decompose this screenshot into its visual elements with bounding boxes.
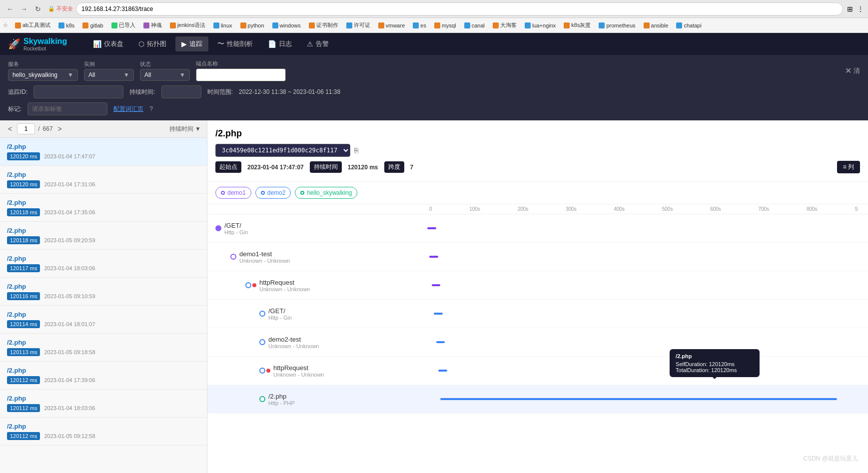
nav-profiling-label: 性能剖析 bbox=[227, 39, 253, 48]
refresh-button[interactable]: ↻ bbox=[32, 3, 44, 15]
trace-span-row[interactable]: httpRequest Unknown - Unknown bbox=[207, 271, 868, 300]
menu-icon[interactable]: ⋮ bbox=[857, 5, 864, 13]
nav-dashboard[interactable]: 📊 仪表盘 bbox=[87, 36, 129, 51]
span-info: demo2-test Unknown - Unknown bbox=[268, 336, 319, 349]
prev-page-button[interactable]: < bbox=[6, 124, 14, 134]
duration-input[interactable] bbox=[161, 85, 201, 98]
logo-text-group: Skywalking Rocketbot bbox=[23, 37, 67, 51]
bookmark-imported[interactable]: 已导入 bbox=[108, 20, 138, 30]
trace-list-item[interactable]: /2.php 120118 ms 2023-01-04 17:35:06 bbox=[0, 194, 207, 222]
trace-list-item[interactable]: /2.php 120112 ms 2023-01-04 18:03:06 bbox=[0, 390, 207, 418]
trace-list-item[interactable]: /2.php 120112 ms 2023-01-05 09:12:58 bbox=[0, 418, 207, 446]
start-badge: 起始点 bbox=[215, 161, 241, 173]
log-icon: 📄 bbox=[268, 40, 276, 48]
bookmark-k8sgy[interactable]: k8s灰度 bbox=[561, 20, 594, 30]
trace-item-time: 2023-01-04 17:31:06 bbox=[44, 181, 95, 187]
nav-trace[interactable]: ▶ 追踪 bbox=[175, 36, 208, 51]
instance-select[interactable]: All ▼ bbox=[84, 69, 134, 81]
trace-span-row[interactable]: /GET/ Http - Gin bbox=[207, 214, 868, 243]
endpoint-input[interactable] bbox=[196, 68, 286, 81]
bookmark-license[interactable]: 许可证 bbox=[343, 20, 373, 30]
trace-id-input[interactable] bbox=[33, 85, 123, 98]
bookmark-cert[interactable]: 证书制作 bbox=[306, 20, 341, 30]
service-badge-hello[interactable]: hello_skywalking bbox=[295, 187, 357, 199]
bookmark-ansible[interactable]: ansible bbox=[641, 21, 672, 29]
nav-alarm[interactable]: ⚠ 告警 bbox=[301, 36, 335, 51]
span-info: /GET/ Http - Gin bbox=[268, 307, 292, 321]
time-range-label: 时间范围: bbox=[207, 88, 233, 96]
trace-span-row[interactable]: /2.php Http - PHP /2.php SelfDuration: 1… bbox=[207, 385, 868, 414]
trace-span-row[interactable]: httpRequest Unknown - Unknown bbox=[207, 357, 868, 385]
service-label: 服务 bbox=[8, 60, 78, 68]
trace-list-item[interactable]: /2.php 120120 ms 2023-01-04 17:31:06 bbox=[0, 166, 207, 194]
nav-log[interactable]: 📄 日志 bbox=[262, 36, 298, 51]
tag-input[interactable] bbox=[27, 102, 107, 115]
trace-list-item[interactable]: /2.php 120113 ms 2023-01-05 09:18:58 bbox=[0, 334, 207, 362]
config-link[interactable]: 配置词汇页 bbox=[113, 105, 143, 113]
clear-icon: ✕ bbox=[845, 66, 852, 75]
span-bar-container bbox=[427, 332, 868, 352]
bookmark-lua[interactable]: lua+nginx bbox=[522, 21, 559, 29]
bookmark-jenkins[interactable]: jenkins语法 bbox=[167, 20, 208, 30]
span-dot bbox=[259, 368, 265, 374]
trace-list-item[interactable]: /2.php 120118 ms 2023-01-05 09:20:59 bbox=[0, 222, 207, 250]
trace-list-item[interactable]: /2.php 120120 ms 2023-01-04 17:47:07 bbox=[0, 138, 207, 166]
trace-item-meta: 120120 ms 2023-01-04 17:47:07 bbox=[7, 152, 200, 160]
trace-list-item[interactable]: /2.php 120112 ms 2023-01-04 17:39:06 bbox=[0, 362, 207, 390]
trace-id-select[interactable]: 3c0459e08c1211ed9f1d000c29c8f117 bbox=[215, 144, 350, 157]
span-dot bbox=[259, 396, 265, 402]
span-label: httpRequest Unknown - Unknown bbox=[207, 364, 427, 378]
bookmark-prometheus[interactable]: prometheus bbox=[596, 21, 638, 29]
address-bar[interactable] bbox=[76, 2, 843, 15]
browser-icons: ⊞ ⋮ bbox=[847, 5, 864, 13]
bookmark-chatapi[interactable]: chatapi bbox=[673, 21, 704, 29]
nav-profiling[interactable]: 〜 性能剖析 bbox=[211, 36, 259, 51]
trace-list-item[interactable]: /2.php 120116 ms 2023-01-05 09:10:59 bbox=[0, 278, 207, 306]
span-name: httpRequest bbox=[259, 279, 310, 286]
trace-span-row[interactable]: demo1-test Unknown - Unknown bbox=[207, 243, 868, 271]
service-badge-demo1[interactable]: demo1 bbox=[215, 187, 251, 199]
bookmark-mysql[interactable]: mysql bbox=[431, 21, 459, 29]
traceid-label: 追踪ID: bbox=[8, 88, 27, 96]
bookmark-canal[interactable]: canal bbox=[461, 21, 488, 29]
nav-topology[interactable]: ⬡ 拓扑图 bbox=[132, 36, 172, 51]
bookmark-vmware[interactable]: vmware bbox=[375, 21, 408, 29]
copy-button[interactable]: ⎘ bbox=[354, 146, 358, 154]
forward-button[interactable]: → bbox=[18, 3, 30, 15]
endpoint-filter-group: 端点名称 bbox=[196, 60, 286, 81]
dashboard-icon: 📊 bbox=[93, 40, 101, 48]
extensions-icon[interactable]: ⊞ bbox=[847, 5, 853, 13]
list-view-button[interactable]: ≡ 列 bbox=[837, 161, 860, 173]
demo1-label: demo1 bbox=[227, 189, 246, 196]
back-button[interactable]: ← bbox=[4, 3, 16, 15]
service-arrow-icon: ▼ bbox=[67, 71, 73, 78]
bookmark-shenhun[interactable]: 神魂 bbox=[140, 20, 165, 30]
trace-span-row[interactable]: demo2-test Unknown - Unknown bbox=[207, 328, 868, 357]
service-select[interactable]: hello_skywalking ▼ bbox=[8, 69, 78, 81]
bookmark-datao[interactable]: 大淘客 bbox=[490, 20, 520, 30]
sort-control[interactable]: 持续时间 ▼ bbox=[169, 125, 201, 133]
bookmark-windows[interactable]: windows bbox=[269, 21, 304, 29]
span-service: Http - Gin bbox=[224, 229, 248, 235]
trace-list-item[interactable]: /2.php 120114 ms 2023-01-04 18:01:07 bbox=[0, 306, 207, 334]
trace-span-row[interactable]: /GET/ Http - Gin bbox=[207, 300, 868, 328]
span-bar-container: /2.php SelfDuration: 120120ms TotalDurat… bbox=[427, 389, 868, 409]
status-label: 状态 bbox=[140, 60, 190, 68]
bookmark-python[interactable]: python bbox=[237, 21, 267, 29]
bookmark-k8s[interactable]: k8s bbox=[55, 21, 77, 29]
span-dot bbox=[259, 339, 265, 345]
trace-list-item[interactable]: /2.php 120117 ms 2023-01-04 18:03:06 bbox=[0, 250, 207, 278]
service-badge-demo2[interactable]: demo2 bbox=[255, 187, 291, 199]
bookmark-linux[interactable]: linux bbox=[210, 21, 235, 29]
next-page-button[interactable]: > bbox=[56, 124, 64, 134]
bookmark-gitlab[interactable]: gitlab bbox=[79, 21, 106, 29]
bookmark-es[interactable]: es bbox=[410, 21, 429, 29]
trace-item-name: /2.php bbox=[7, 171, 200, 178]
status-select[interactable]: All ▼ bbox=[140, 69, 190, 81]
trace-item-time: 2023-01-04 17:35:06 bbox=[44, 209, 95, 215]
clear-label: 清 bbox=[854, 66, 860, 75]
page-input[interactable] bbox=[17, 123, 35, 134]
help-icon[interactable]: ? bbox=[149, 105, 153, 112]
bookmark-ab[interactable]: ab工具测试 bbox=[12, 20, 53, 30]
clear-button[interactable]: ✕ 清 bbox=[845, 66, 860, 75]
